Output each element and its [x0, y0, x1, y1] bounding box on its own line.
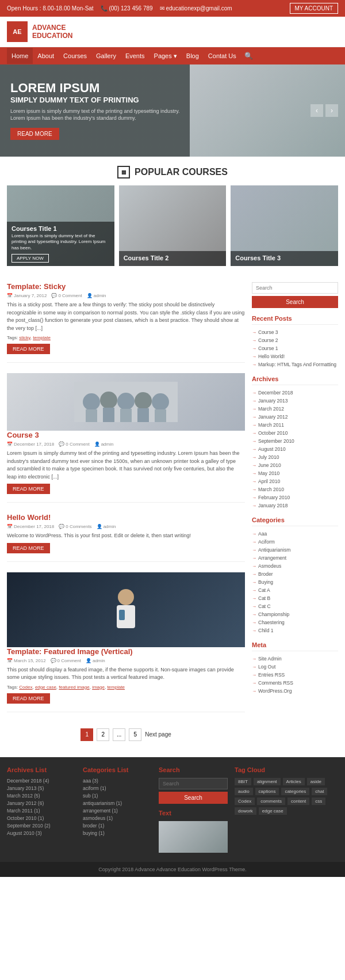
archive-14[interactable]: January 2018 — [252, 502, 338, 510]
archive-2[interactable]: March 2012 — [252, 405, 338, 413]
footer-cat-7[interactable]: broder (1) — [83, 823, 152, 829]
footer-cat-2[interactable]: sub (1) — [83, 793, 152, 799]
tag-13[interactable]: edge case — [259, 807, 287, 815]
page-5-button[interactable]: 5 — [129, 728, 141, 741]
recent-post-2[interactable]: Course 1 — [252, 344, 338, 352]
read-more-featured-button[interactable]: READ MORE — [7, 693, 50, 704]
footer-archive-3[interactable]: January 2012 (6) — [7, 800, 76, 806]
hero-next-button[interactable]: › — [325, 104, 338, 117]
recent-post-1[interactable]: Course 2 — [252, 336, 338, 344]
footer-archive-0[interactable]: December 2018 (4) — [7, 778, 76, 784]
footer-cat-6[interactable]: asmodeus (1) — [83, 815, 152, 821]
category-11[interactable]: Chaestering — [252, 618, 338, 626]
tag-7[interactable]: chat — [312, 788, 327, 795]
recent-post-3[interactable]: Hello World! — [252, 352, 338, 360]
tag-3[interactable]: aside — [307, 778, 325, 785]
footer-cat-1[interactable]: aciform (1) — [83, 785, 152, 791]
tag-8[interactable]: Codex — [235, 797, 255, 805]
footer-archive-2[interactable]: March 2012 (5) — [7, 793, 76, 799]
category-1[interactable]: Aciform — [252, 538, 338, 546]
nav-events[interactable]: Events — [121, 48, 150, 64]
tag-4[interactable]: audio — [235, 788, 253, 795]
tag-10[interactable]: content — [288, 797, 309, 805]
nav-pages[interactable]: Pages ▾ — [150, 48, 182, 64]
archive-13[interactable]: February 2010 — [252, 493, 338, 502]
archive-8[interactable]: July 2010 — [252, 453, 338, 461]
category-9[interactable]: Cat C — [252, 602, 338, 610]
meta-4[interactable]: WordPress.Org — [252, 687, 338, 695]
sidebar-search-button[interactable]: Search — [252, 296, 338, 308]
page-1-button[interactable]: 1 — [80, 728, 93, 741]
archive-7[interactable]: August 2010 — [252, 445, 338, 453]
archive-1[interactable]: January 2013 — [252, 397, 338, 405]
meta-0[interactable]: Site Admin — [252, 655, 338, 663]
read-more-hello-button[interactable]: READ MORE — [7, 543, 50, 553]
footer-search-input[interactable] — [159, 778, 228, 789]
archive-5[interactable]: October 2010 — [252, 429, 338, 437]
search-icon[interactable]: 🔍 — [241, 47, 256, 64]
footer-archive-5[interactable]: October 2010 (1) — [7, 815, 76, 821]
category-6[interactable]: Buying — [252, 578, 338, 586]
read-more-course3-button[interactable]: READ MORE — [7, 484, 50, 494]
sidebar-search-input[interactable] — [252, 282, 338, 294]
footer-archive-7[interactable]: August 2010 (3) — [7, 830, 76, 836]
footer-search-button[interactable]: Search — [159, 792, 228, 804]
footer-archive-1[interactable]: January 2013 (5) — [7, 785, 76, 791]
category-8[interactable]: Cat B — [252, 594, 338, 602]
category-2[interactable]: Antiquarianism — [252, 546, 338, 554]
archive-12[interactable]: March 2010 — [252, 485, 338, 493]
recent-post-4[interactable]: Markup: HTML Tags And Formatting — [252, 360, 338, 369]
meta-1[interactable]: Log Out — [252, 663, 338, 671]
nav-contact[interactable]: Contat Us — [204, 48, 241, 64]
svg-rect-9 — [137, 408, 149, 422]
category-0[interactable]: Aaa — [252, 530, 338, 538]
footer-cat-0[interactable]: aaa (3) — [83, 778, 152, 784]
tag-5[interactable]: captions — [255, 788, 279, 795]
tag-6[interactable]: categories — [281, 788, 309, 795]
post-sticky-date: 📅 January 7, 2012 — [7, 293, 47, 298]
post-featured-tags: Tags: Codex, edge case, featured image, … — [7, 685, 245, 690]
tag-1[interactable]: alignment — [254, 778, 281, 785]
categories-list: Aaa Aciform Antiquarianism Arrangement A… — [252, 530, 338, 635]
category-3[interactable]: Arrangement — [252, 554, 338, 562]
archive-0[interactable]: December 2018 — [252, 389, 338, 397]
footer-cat-5[interactable]: arrangement (1) — [83, 808, 152, 814]
hero-prev-button[interactable]: ‹ — [310, 104, 323, 117]
nav-about[interactable]: About — [33, 48, 59, 64]
category-7[interactable]: Cat A — [252, 586, 338, 594]
archive-4[interactable]: March 2011 — [252, 421, 338, 429]
next-page-button[interactable]: Next page — [145, 731, 171, 738]
tag-11[interactable]: css — [312, 797, 325, 805]
meta-2[interactable]: Entries RSS — [252, 671, 338, 679]
tag-0[interactable]: 8BIT — [235, 778, 251, 785]
apply-now-button-1[interactable]: APPLY NOW — [12, 254, 49, 263]
category-10[interactable]: Championship — [252, 610, 338, 618]
archive-10[interactable]: May 2010 — [252, 469, 338, 477]
meta-3[interactable]: Comments RSS — [252, 679, 338, 687]
read-more-hero-button[interactable]: READ MORE — [10, 128, 59, 140]
tag-9[interactable]: comments — [257, 797, 285, 805]
recent-post-0[interactable]: Course 3 — [252, 328, 338, 336]
category-4[interactable]: Asmodeus — [252, 562, 338, 570]
svg-point-11 — [118, 589, 134, 605]
footer-archive-4[interactable]: March 2011 (1) — [7, 808, 76, 814]
footer-cat-4[interactable]: antiquarianism (1) — [83, 800, 152, 806]
nav-blog[interactable]: Blog — [182, 48, 204, 64]
footer-archive-6[interactable]: September 2010 (2) — [7, 823, 76, 829]
category-5[interactable]: Broder — [252, 570, 338, 578]
category-12[interactable]: Child 1 — [252, 626, 338, 635]
nav-gallery[interactable]: Gallery — [91, 48, 121, 64]
nav-home[interactable]: Home — [7, 48, 33, 64]
archive-11[interactable]: April 2010 — [252, 477, 338, 485]
archive-9[interactable]: June 2010 — [252, 461, 338, 469]
archive-3[interactable]: January 2012 — [252, 413, 338, 421]
nav-courses[interactable]: Courses — [59, 48, 91, 64]
tag-12[interactable]: dowork — [235, 807, 256, 815]
archive-6[interactable]: September 2010 — [252, 437, 338, 445]
tag-2[interactable]: Articles — [283, 778, 305, 785]
my-account-button[interactable]: MY ACCOUNT — [290, 3, 339, 14]
footer-cat-8[interactable]: buying (1) — [83, 830, 152, 836]
post-course3-date: 📅 December 17, 2018 — [7, 442, 54, 447]
page-2-button[interactable]: 2 — [97, 728, 109, 741]
read-more-sticky-button[interactable]: READ MORE — [7, 344, 50, 354]
